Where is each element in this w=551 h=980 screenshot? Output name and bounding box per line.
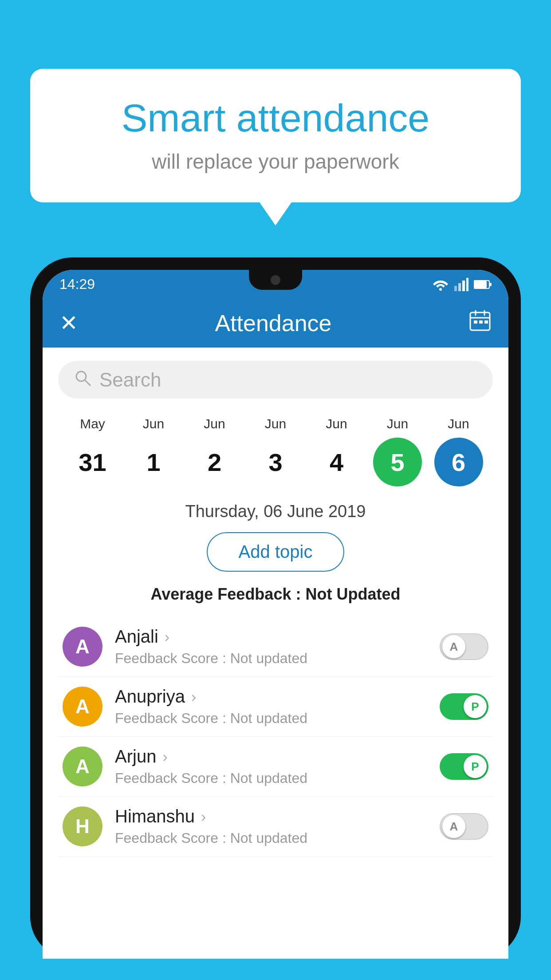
calendar-button[interactable] bbox=[468, 309, 492, 337]
chevron-icon: › bbox=[201, 808, 206, 825]
toggle-knob: P bbox=[464, 695, 487, 718]
cal-month: Jun bbox=[204, 416, 225, 431]
calendar-day[interactable]: Jun1 bbox=[124, 416, 184, 486]
student-item[interactable]: AAnjali ›Feedback Score : Not updatedA bbox=[58, 617, 493, 677]
speech-bubble: Smart attendance will replace your paper… bbox=[30, 69, 521, 202]
screen-content: Search May31Jun1Jun2Jun3Jun4Jun5Jun6 Thu… bbox=[43, 348, 508, 959]
cal-date[interactable]: 3 bbox=[251, 438, 300, 486]
attendance-toggle[interactable]: P bbox=[440, 753, 488, 780]
svg-point-0 bbox=[439, 288, 442, 291]
student-item[interactable]: AAnupriya ›Feedback Score : Not updatedP bbox=[58, 677, 493, 737]
toggle-knob: P bbox=[464, 755, 487, 778]
toggle-knob: A bbox=[442, 815, 465, 838]
calendar-day[interactable]: Jun2 bbox=[185, 416, 244, 486]
phone-inner: 14:29 bbox=[43, 270, 508, 959]
svg-rect-6 bbox=[474, 281, 487, 288]
signal-icon bbox=[454, 278, 468, 291]
status-icons bbox=[432, 278, 492, 291]
speech-bubble-wrapper: Smart attendance will replace your paper… bbox=[30, 69, 521, 202]
phone-outer: 14:29 bbox=[30, 257, 521, 959]
app-title: Attendance bbox=[215, 310, 331, 336]
calendar-day[interactable]: May31 bbox=[63, 416, 122, 486]
avatar: A bbox=[63, 687, 102, 727]
svg-rect-13 bbox=[479, 320, 483, 324]
cal-date[interactable]: 5 bbox=[373, 438, 422, 486]
feedback-score: Feedback Score : Not updated bbox=[115, 710, 440, 727]
date-info: Thursday, 06 June 2019 bbox=[58, 502, 493, 521]
svg-rect-1 bbox=[454, 286, 457, 291]
cal-month: Jun bbox=[265, 416, 286, 431]
toggle-knob: A bbox=[442, 635, 465, 658]
attendance-toggle[interactable]: A bbox=[440, 813, 488, 840]
search-bar[interactable]: Search bbox=[58, 361, 493, 399]
attendance-toggle[interactable]: P bbox=[440, 693, 488, 720]
avg-feedback-label: Average Feedback : bbox=[151, 585, 306, 603]
camera bbox=[271, 275, 280, 285]
svg-rect-3 bbox=[462, 281, 465, 291]
cal-month: Jun bbox=[326, 416, 347, 431]
avatar: H bbox=[63, 806, 102, 846]
search-placeholder: Search bbox=[99, 369, 161, 391]
feedback-score: Feedback Score : Not updated bbox=[115, 650, 440, 667]
notch bbox=[249, 270, 302, 290]
selected-date-text: Thursday, 06 June 2019 bbox=[185, 502, 366, 521]
app-bar: ✕ Attendance bbox=[43, 299, 508, 348]
student-name: Anupriya › bbox=[115, 687, 440, 707]
cal-date[interactable]: 6 bbox=[434, 438, 483, 486]
student-name: Anjali › bbox=[115, 627, 440, 647]
speech-bubble-subtitle: will replace your paperwork bbox=[66, 150, 485, 174]
student-item[interactable]: AArjun ›Feedback Score : Not updatedP bbox=[58, 737, 493, 797]
status-bar: 14:29 bbox=[43, 270, 508, 299]
avg-feedback: Average Feedback : Not Updated bbox=[58, 585, 493, 604]
svg-line-16 bbox=[85, 380, 90, 385]
student-info: Arjun ›Feedback Score : Not updated bbox=[115, 747, 440, 786]
cal-month: May bbox=[80, 416, 105, 431]
cal-month: Jun bbox=[387, 416, 408, 431]
search-icon bbox=[74, 369, 91, 391]
cal-date[interactable]: 4 bbox=[312, 438, 361, 486]
calendar-day[interactable]: Jun4 bbox=[307, 416, 366, 486]
chevron-icon: › bbox=[165, 628, 169, 645]
avatar: A bbox=[63, 747, 102, 786]
toggle-wrap[interactable]: A bbox=[440, 813, 488, 840]
avatar: A bbox=[63, 627, 102, 667]
svg-rect-4 bbox=[466, 278, 468, 291]
speech-bubble-title: Smart attendance bbox=[66, 95, 485, 141]
svg-rect-7 bbox=[490, 283, 492, 286]
chevron-icon: › bbox=[191, 688, 196, 705]
feedback-score: Feedback Score : Not updated bbox=[115, 830, 440, 846]
calendar-day[interactable]: Jun5 bbox=[368, 416, 428, 486]
feedback-score: Feedback Score : Not updated bbox=[115, 770, 440, 786]
svg-rect-12 bbox=[474, 320, 477, 324]
calendar-day[interactable]: Jun3 bbox=[246, 416, 306, 486]
student-info: Anjali ›Feedback Score : Not updated bbox=[115, 627, 440, 667]
toggle-wrap[interactable]: A bbox=[440, 633, 488, 660]
cal-date[interactable]: 31 bbox=[68, 438, 117, 486]
cal-month: Jun bbox=[448, 416, 469, 431]
calendar-strip: May31Jun1Jun2Jun3Jun4Jun5Jun6 bbox=[58, 416, 493, 486]
status-time: 14:29 bbox=[59, 276, 95, 292]
student-name: Arjun › bbox=[115, 747, 440, 767]
student-list: AAnjali ›Feedback Score : Not updatedAAA… bbox=[58, 617, 493, 857]
student-item[interactable]: HHimanshu ›Feedback Score : Not updatedA bbox=[58, 797, 493, 857]
battery-icon bbox=[474, 280, 492, 289]
cal-month: Jun bbox=[143, 416, 164, 431]
cal-date[interactable]: 2 bbox=[190, 438, 239, 486]
student-info: Himanshu ›Feedback Score : Not updated bbox=[115, 806, 440, 846]
close-button[interactable]: ✕ bbox=[59, 310, 78, 336]
attendance-toggle[interactable]: A bbox=[440, 633, 488, 660]
calendar-day[interactable]: Jun6 bbox=[429, 416, 488, 486]
toggle-wrap[interactable]: P bbox=[440, 693, 488, 720]
avg-feedback-value: Not Updated bbox=[305, 585, 400, 603]
svg-rect-2 bbox=[458, 283, 461, 291]
student-name: Himanshu › bbox=[115, 806, 440, 826]
student-info: Anupriya ›Feedback Score : Not updated bbox=[115, 687, 440, 727]
svg-rect-14 bbox=[484, 320, 488, 324]
toggle-wrap[interactable]: P bbox=[440, 753, 488, 780]
phone-frame: 14:29 bbox=[30, 257, 521, 980]
cal-date[interactable]: 1 bbox=[129, 438, 178, 486]
add-topic-button[interactable]: Add topic bbox=[207, 532, 345, 572]
wifi-icon bbox=[432, 278, 449, 291]
chevron-icon: › bbox=[162, 748, 167, 765]
